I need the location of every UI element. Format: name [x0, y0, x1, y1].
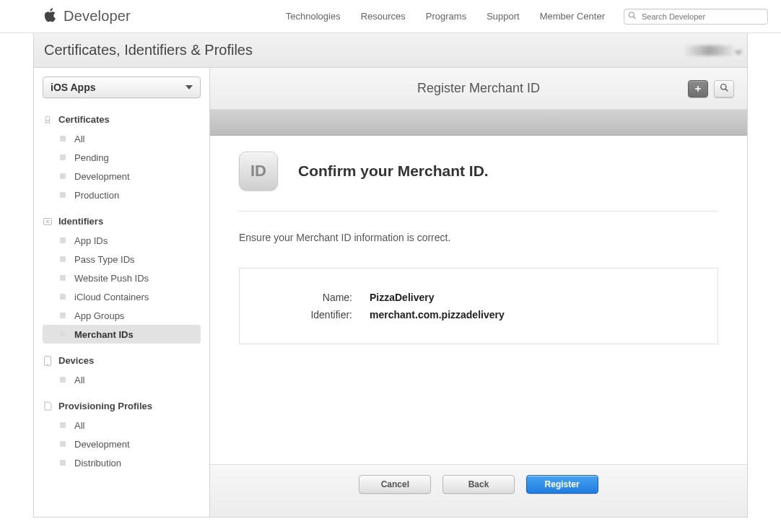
apple-logo-icon — [43, 8, 56, 25]
section-label: Certificates — [58, 114, 110, 125]
sidebar-item-icloud-containers[interactable]: iCloud Containers — [43, 287, 201, 306]
svg-line-8 — [725, 89, 728, 91]
page-subheader: Certificates, Identifiers & Profiles — [33, 33, 748, 68]
sidebar-item-prov-all[interactable]: All — [43, 416, 201, 435]
platform-selector[interactable]: iOS Apps — [43, 77, 201, 98]
id-icon: ID — [43, 217, 53, 227]
search-input[interactable] — [624, 9, 768, 25]
section-label: Provisioning Profiles — [58, 401, 152, 411]
sidebar-item-pass-type-ids[interactable]: Pass Type IDs — [43, 250, 201, 269]
svg-point-0 — [629, 12, 634, 17]
section-devices: Devices — [43, 355, 201, 366]
name-label: Name: — [261, 292, 370, 303]
back-button[interactable]: Back — [442, 475, 515, 494]
sidebar-item-prov-development[interactable]: Development — [43, 435, 201, 453]
account-selector[interactable] — [685, 45, 734, 56]
identifier-value: merchant.com.pizzadelivery — [370, 309, 505, 320]
plus-icon: ＋ — [693, 82, 703, 95]
add-button[interactable]: ＋ — [688, 80, 708, 97]
badge-icon — [43, 115, 53, 125]
device-icon — [43, 356, 53, 366]
nav-support[interactable]: Support — [487, 11, 520, 22]
search-button[interactable] — [714, 80, 734, 97]
section-identifiers: ID Identifiers — [43, 216, 201, 227]
instruction-text: Ensure your Merchant ID information is c… — [239, 232, 718, 243]
footer-bar: Cancel Back Register — [210, 464, 747, 517]
subheader-title: Certificates, Identifiers & Profiles — [44, 42, 253, 58]
merchant-info-box: Name: PizzaDelivery Identifier: merchant… — [239, 268, 718, 344]
section-label: Identifiers — [58, 216, 103, 227]
name-value: PizzaDelivery — [370, 292, 435, 303]
sidebar-item-cert-all[interactable]: All — [43, 129, 201, 148]
svg-line-1 — [634, 17, 636, 19]
chevron-down-icon — [186, 85, 193, 90]
sidebar: iOS Apps Certificates All Pending Develo… — [34, 68, 210, 517]
nav-member-center[interactable]: Member Center — [540, 11, 605, 22]
main-title: Register Merchant ID — [275, 81, 682, 96]
sidebar-item-devices-all[interactable]: All — [43, 370, 201, 389]
section-label: Devices — [58, 355, 94, 366]
divider-strip — [210, 110, 747, 136]
svg-text:ID: ID — [46, 219, 50, 224]
section-provisioning: Provisioning Profiles — [43, 401, 201, 411]
sidebar-item-cert-development[interactable]: Development — [43, 167, 201, 186]
svg-point-7 — [720, 84, 725, 89]
divider — [239, 211, 718, 212]
sidebar-item-app-groups[interactable]: App Groups — [43, 306, 201, 325]
sidebar-item-prov-distribution[interactable]: Distribution — [43, 453, 201, 472]
search-icon — [628, 11, 637, 22]
register-button[interactable]: Register — [526, 475, 598, 494]
section-certificates: Certificates — [43, 114, 201, 125]
main-titlebar: Register Merchant ID ＋ — [210, 68, 747, 110]
platform-label: iOS Apps — [51, 82, 186, 93]
nav-programs[interactable]: Programs — [426, 11, 466, 22]
cancel-button[interactable]: Cancel — [359, 475, 431, 494]
sidebar-item-app-ids[interactable]: App IDs — [43, 231, 201, 250]
search-icon — [720, 83, 729, 95]
top-nav: Developer Technologies Resources Program… — [0, 0, 781, 33]
identifier-label: Identifier: — [261, 309, 370, 320]
svg-point-6 — [47, 363, 48, 365]
chevron-down-icon — [736, 47, 741, 58]
sidebar-item-merchant-ids[interactable]: Merchant IDs — [43, 325, 201, 344]
main-panel: Register Merchant ID ＋ ID Confirm your M… — [210, 68, 747, 517]
sidebar-item-cert-production[interactable]: Production — [43, 186, 201, 204]
nav-technologies[interactable]: Technologies — [286, 11, 341, 22]
profile-icon — [43, 401, 53, 411]
id-tile-icon: ID — [239, 152, 278, 191]
developer-brand: Developer — [64, 8, 131, 25]
nav-resources[interactable]: Resources — [361, 11, 406, 22]
confirm-heading: Confirm your Merchant ID. — [298, 162, 489, 180]
sidebar-item-cert-pending[interactable]: Pending — [43, 148, 201, 167]
sidebar-item-website-push-ids[interactable]: Website Push IDs — [43, 269, 201, 287]
